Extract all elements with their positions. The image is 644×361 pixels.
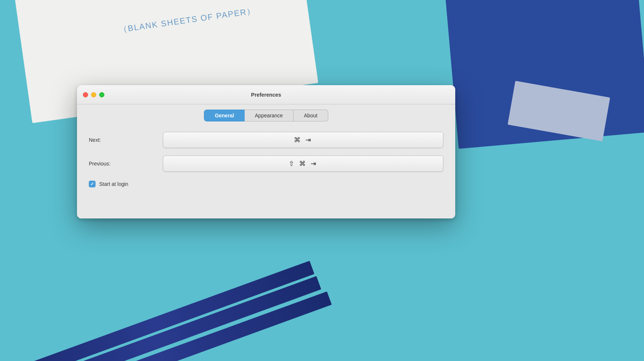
start-at-login-row: ✓ Start at login: [89, 181, 443, 187]
preferences-window: Preferences General Appearance About Nex…: [77, 85, 455, 218]
next-row: Next: ⌘ ⇥: [89, 132, 443, 148]
next-label: Next:: [89, 137, 163, 143]
start-at-login-label: Start at login: [99, 181, 128, 187]
tab-about[interactable]: About: [294, 110, 328, 121]
previous-row: Previous: ⇧ ⌘ ⇥: [89, 156, 443, 172]
previous-label: Previous:: [89, 161, 163, 167]
general-content: Next: ⌘ ⇥ Previous: ⇧ ⌘ ⇥ ✓ Start at log…: [77, 121, 455, 218]
next-shortcut-button[interactable]: ⌘ ⇥: [163, 132, 443, 148]
traffic-lights: [83, 92, 104, 97]
close-button[interactable]: [83, 92, 88, 97]
title-bar: Preferences: [77, 85, 455, 104]
previous-shortcut-button[interactable]: ⇧ ⌘ ⇥: [163, 156, 443, 172]
maximize-button[interactable]: [99, 92, 104, 97]
checkmark-icon: ✓: [90, 182, 94, 186]
start-at-login-checkbox[interactable]: ✓: [89, 181, 95, 187]
tab-general[interactable]: General: [204, 110, 244, 121]
minimize-button[interactable]: [91, 92, 96, 97]
tab-bar: General Appearance About: [77, 104, 455, 121]
tab-appearance[interactable]: Appearance: [245, 110, 294, 121]
window-title: Preferences: [251, 92, 281, 98]
